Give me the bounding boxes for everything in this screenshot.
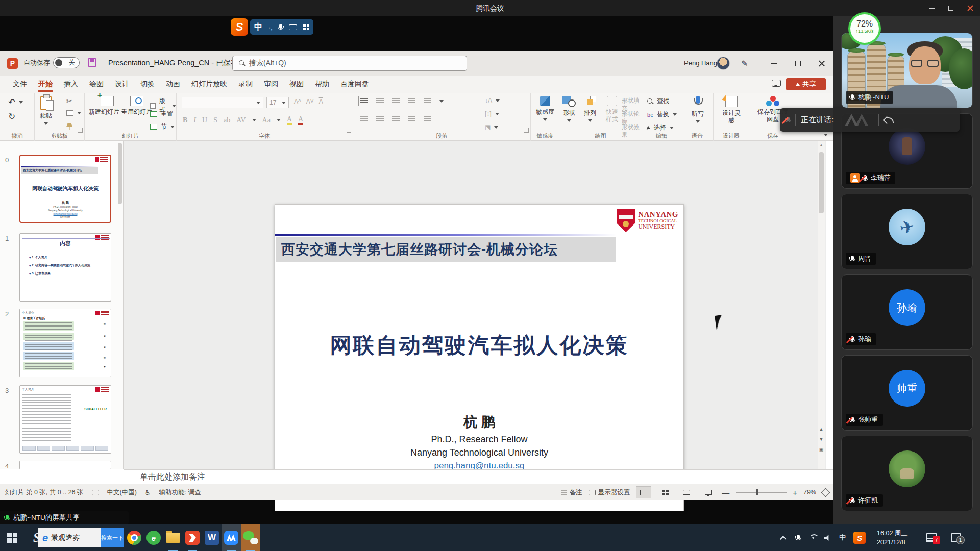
clear-format-button[interactable]: A xyxy=(319,98,323,105)
ppt-maximize-button[interactable] xyxy=(786,51,810,76)
bold-button[interactable]: B xyxy=(183,116,187,124)
sensitivity-button[interactable]: 敏感度 xyxy=(534,96,556,123)
file-explorer-taskbar-button[interactable] xyxy=(163,524,183,551)
shrink-font-button[interactable]: A˅ xyxy=(306,98,314,105)
highlight-button[interactable]: A xyxy=(287,115,292,125)
ime-indicator[interactable]: 中 xyxy=(835,524,850,551)
meeting-taskbar-button[interactable] xyxy=(222,524,241,551)
participant-tile[interactable]: 帅重 张帅重 xyxy=(841,355,973,431)
ppt-close-button[interactable] xyxy=(810,51,833,76)
taskbar-search-box[interactable]: e 景观造雾 搜索一下 xyxy=(38,528,124,547)
change-case-button[interactable]: Aa xyxy=(262,116,271,124)
increase-indent-button[interactable] xyxy=(408,98,415,104)
share-button[interactable]: 共享 xyxy=(786,78,826,90)
normal-view-button[interactable] xyxy=(636,486,651,498)
tab-slideshow[interactable]: 幻灯片放映 xyxy=(186,76,233,93)
wechat-taskbar-button[interactable] xyxy=(241,524,260,551)
search-input[interactable]: 搜索(Alt+Q) xyxy=(232,56,467,71)
tab-view[interactable]: 视图 xyxy=(284,76,309,93)
tray-network-button[interactable] xyxy=(805,524,821,551)
previous-slide-button[interactable]: ▲ xyxy=(818,427,824,432)
line-spacing-button[interactable] xyxy=(424,98,431,104)
justify-button[interactable] xyxy=(408,116,415,122)
tray-volume-button[interactable] xyxy=(821,524,835,551)
cut-button[interactable]: ✂ xyxy=(66,97,72,105)
tab-baidu-pan[interactable]: 百度网盘 xyxy=(335,76,375,93)
columns-button[interactable] xyxy=(424,116,431,122)
zoom-slider[interactable] xyxy=(736,492,787,493)
slide-thumbnail-0[interactable]: 西安交通大学第七届丝路研讨会-机械分论坛 网联自动驾驶汽车拟人化决策 杭 鹏 P… xyxy=(19,155,111,223)
italic-button[interactable]: I xyxy=(193,116,196,124)
tray-expand-button[interactable] xyxy=(777,524,791,551)
tab-insert[interactable]: 插入 xyxy=(58,76,84,93)
participant-tile[interactable]: ✈ 周晋 xyxy=(841,194,973,269)
underline-button[interactable]: U xyxy=(202,116,207,124)
bullets-button[interactable] xyxy=(360,98,368,104)
minimize-button[interactable] xyxy=(922,0,941,16)
tab-record[interactable]: 录制 xyxy=(233,76,258,93)
slide-scrollbar[interactable]: ▲ ▲ ▼ ▣ xyxy=(818,141,825,469)
accessibility-status[interactable]: 辅助功能: 调查 xyxy=(159,488,201,497)
avatar[interactable] xyxy=(717,57,730,70)
maximize-button[interactable] xyxy=(941,0,961,16)
strikethrough-button[interactable]: S xyxy=(213,116,217,124)
ime-punctuation-toggle[interactable]: ·, xyxy=(268,23,273,31)
account-name[interactable]: Peng Hang xyxy=(684,59,717,67)
ime-toolbox-icon[interactable] xyxy=(303,24,309,30)
spellcheck-icon[interactable] xyxy=(92,490,99,495)
smartart-button[interactable]: ⬔ xyxy=(485,123,498,131)
font-name-combo[interactable] xyxy=(182,97,263,108)
redo-button[interactable]: ↻ xyxy=(8,111,15,122)
copy-button[interactable] xyxy=(66,110,81,116)
search-submit-button[interactable]: 搜索一下 xyxy=(101,528,124,547)
text-direction-button[interactable]: ↓A xyxy=(485,97,500,104)
tray-mic-button[interactable] xyxy=(791,524,805,551)
align-center-button[interactable] xyxy=(376,116,384,122)
slide-thumbnail-1[interactable]: 内容 1. 个人简介 2. 研究内容---网联自动驾驶汽车拟人化决策 3. 已发… xyxy=(19,233,111,302)
ime-keyboard-icon[interactable] xyxy=(289,24,297,30)
zoom-slider-knob[interactable] xyxy=(756,489,758,495)
align-right-button[interactable] xyxy=(392,116,400,122)
zoom-level[interactable]: 79% xyxy=(803,489,816,496)
slide-thumbnail-4[interactable] xyxy=(19,461,111,469)
ppt-minimize-button[interactable] xyxy=(763,51,786,76)
save-icon[interactable] xyxy=(88,58,96,67)
participant-tile[interactable]: 孙瑜 孙瑜 xyxy=(841,274,973,350)
dictate-button[interactable]: 听写 xyxy=(688,96,708,126)
media-app-taskbar-button[interactable] xyxy=(183,524,202,551)
action-center-button[interactable]: 1 xyxy=(944,524,968,551)
notes-pane[interactable]: 单击此处添加备注 xyxy=(124,469,833,484)
tab-transitions[interactable]: 切换 xyxy=(135,76,160,93)
align-text-button[interactable]: [↕] xyxy=(485,110,499,117)
notes-toggle[interactable]: 备注 xyxy=(561,488,582,497)
font-size-combo[interactable]: 17 xyxy=(266,97,289,108)
fit-to-window-button[interactable] xyxy=(821,488,830,497)
slide-thumbnail-2[interactable]: 个人简介 ※ 教育工作经历 ▦ ◉ ◉ ▦ ◉ xyxy=(19,309,111,377)
reading-view-button[interactable] xyxy=(679,486,694,498)
scroll-up-icon[interactable]: ▲ xyxy=(819,143,823,147)
clock[interactable]: 16:02 周三 2021/12/8 xyxy=(869,524,916,551)
scrollbar-thumb[interactable] xyxy=(819,152,824,213)
sogou-logo-icon[interactable]: S xyxy=(231,18,248,36)
collapse-ribbon-button[interactable] xyxy=(824,134,828,136)
slide-canvas[interactable]: NANYANG TECHNOLOGICAL UNIVERSITY 西安交通大学第… xyxy=(275,204,684,511)
quick-styles-button[interactable]: 快速样式 xyxy=(603,96,621,123)
grow-font-button[interactable]: A^ xyxy=(294,98,301,105)
align-left-button[interactable] xyxy=(360,116,368,122)
start-button[interactable] xyxy=(0,524,24,551)
numbering-button[interactable] xyxy=(376,98,384,104)
design-ideas-button[interactable]: 设计灵感 xyxy=(720,96,743,124)
undo-button[interactable]: ↶ xyxy=(8,97,23,108)
inking-icon[interactable]: ✎ xyxy=(741,59,748,68)
paste-button[interactable]: 粘贴 xyxy=(40,96,52,128)
autosave-toggle[interactable]: 关 xyxy=(53,57,80,68)
ime-mode-toggle[interactable]: 中 xyxy=(254,22,262,33)
font-color-button[interactable]: A xyxy=(298,115,303,125)
arrange-button[interactable]: 排列 xyxy=(584,96,596,124)
new-slide-button[interactable]: 新建幻灯片 xyxy=(89,96,125,116)
char-spacing-button[interactable]: AV xyxy=(236,116,246,124)
tab-file[interactable]: 文件 xyxy=(7,76,33,93)
language-indicator[interactable]: 中文(中国) xyxy=(107,488,137,497)
mic-muted-icon[interactable] xyxy=(786,117,790,123)
shapes-button[interactable]: 形状 xyxy=(562,96,576,124)
